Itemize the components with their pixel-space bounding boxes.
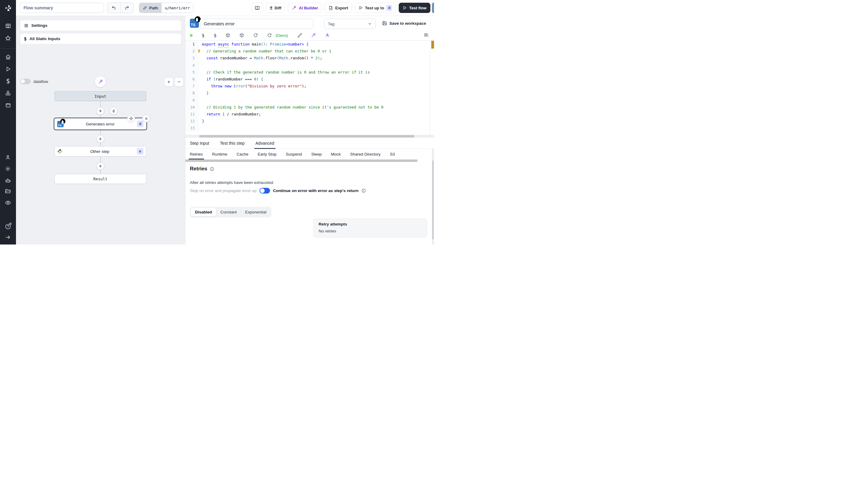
ai-wand-icon[interactable] — [311, 33, 316, 38]
workers-robot-icon[interactable] — [2, 174, 14, 186]
audit-eye-icon[interactable] — [2, 196, 14, 209]
collapse-arrow-icon[interactable] — [2, 231, 14, 243]
info-icon[interactable] — [210, 167, 214, 171]
user-icon[interactable] — [2, 151, 14, 163]
dollar-icon: $ — [24, 36, 27, 41]
retry-strategy-disabled[interactable]: Disabled — [191, 208, 216, 216]
retry-strategy-constant[interactable]: Constant — [216, 208, 241, 216]
schedules-calendar-icon[interactable] — [2, 99, 14, 111]
info-icon[interactable] — [361, 188, 366, 193]
code-line[interactable]: 5 // Check if the generated random numbe… — [185, 69, 434, 76]
apps-icon[interactable] — [2, 20, 14, 32]
add-step-button[interactable] — [96, 162, 104, 170]
diff-button[interactable]: ± Diff — [266, 3, 285, 13]
advanced-tab-cache[interactable]: Cache — [237, 149, 248, 159]
export-file-icon — [329, 6, 333, 10]
package-icon[interactable] — [225, 33, 230, 38]
help-icon[interactable] — [2, 220, 14, 233]
favorites-star-icon[interactable] — [2, 32, 14, 44]
code-line[interactable]: 3 const randomNumber = Math.floor(Math.r… — [185, 55, 434, 61]
left-rail: $ — [0, 0, 16, 245]
edge-panel-button[interactable] — [432, 2, 434, 13]
advanced-tab-early-stop[interactable]: Early Stop — [258, 149, 276, 159]
notification-dot — [9, 222, 12, 225]
advanced-tab-runtime[interactable]: Runtime — [212, 149, 227, 159]
resources-cubes-icon[interactable] — [2, 87, 14, 99]
advanced-tab-retries[interactable]: Retries — [190, 149, 203, 159]
continue-on-error-toggle[interactable] — [259, 188, 270, 193]
sliders-icon — [24, 23, 29, 28]
code-line[interactable]: 7 throw new Error("Division by zero erro… — [185, 83, 434, 90]
add-step-button[interactable] — [96, 107, 104, 115]
code-line[interactable]: 12} — [185, 118, 434, 124]
step-name-input[interactable] — [200, 19, 313, 29]
tab-step-input[interactable]: Step Input — [190, 138, 209, 149]
retry-attempts-box: Retry attempts No retries — [313, 219, 427, 238]
library-icon[interactable] — [424, 33, 429, 37]
code-line[interactable]: 10 // Dividing 1 by the generated random… — [185, 104, 434, 111]
input-node[interactable]: Input — [55, 91, 146, 101]
code-line[interactable]: 9 — [185, 97, 434, 104]
zoom-in-button[interactable]: + — [164, 78, 173, 87]
code-line[interactable]: 4 — [185, 62, 434, 69]
all-static-inputs-button[interactable]: $ All Static Inputs — [20, 33, 181, 44]
dataflow-toggle[interactable] — [20, 79, 31, 84]
save-to-workspace-button[interactable]: Save to workspace — [382, 21, 426, 26]
ai-flow-wand-button[interactable] — [95, 76, 106, 87]
move-step-button[interactable] — [127, 115, 135, 122]
editor-horizontal-scrollbar[interactable] — [185, 135, 434, 138]
lightbulb-icon[interactable] — [197, 49, 201, 53]
variable-dollar-icon[interactable]: $ — [202, 33, 205, 38]
ai-builder-button[interactable]: AI Builder — [288, 3, 322, 13]
code-line[interactable]: 11 return 1 / randomNumber; — [185, 111, 434, 118]
code-line[interactable]: 1export async function main(): Promise<n… — [185, 41, 434, 48]
runtime-label[interactable]: (Deno) — [276, 33, 288, 38]
retry-strategy-exponential[interactable]: Exponential — [241, 208, 271, 216]
result-node[interactable]: Result — [55, 174, 146, 184]
folders-icon[interactable] — [2, 185, 14, 197]
step-tabs: Step InputTest this stepAdvanced — [185, 138, 434, 149]
advanced-tab-shared-directory[interactable]: Shared Directory — [350, 149, 380, 159]
panel-vertical-scrollbar[interactable] — [432, 149, 434, 245]
advanced-tab-suspend[interactable]: Suspend — [286, 149, 302, 159]
redo-button[interactable] — [120, 3, 133, 13]
home-icon[interactable] — [2, 51, 14, 63]
windmill-logo[interactable] — [0, 0, 16, 16]
add-trigger-lightning-button[interactable] — [110, 107, 118, 115]
step-id-badge: e — [137, 148, 144, 155]
docs-book-button[interactable] — [251, 3, 263, 13]
code-editor[interactable]: 1export async function main(): Promise<n… — [185, 40, 434, 135]
export-button[interactable]: Export — [324, 3, 352, 13]
zoom-out-button[interactable]: − — [175, 78, 184, 87]
flow-summary-input[interactable] — [20, 3, 104, 13]
path-pill[interactable]: Path u/henri/err — [139, 3, 193, 13]
delete-step-button[interactable] — [142, 115, 150, 122]
undo-button[interactable] — [107, 3, 120, 13]
step-node-other-step[interactable]: Other step e — [55, 146, 146, 156]
add-step-button[interactable] — [96, 135, 104, 143]
flow-settings-button[interactable]: Settings — [20, 20, 181, 31]
test-up-to-button[interactable]: Test up to d — [355, 3, 396, 13]
code-line[interactable]: 13 — [185, 124, 434, 131]
ai-sparkles-icon[interactable] — [325, 33, 330, 38]
variables-dollar-icon[interactable]: $ — [2, 75, 14, 87]
tab-advanced[interactable]: Advanced — [255, 138, 274, 149]
resource-dollar-icon[interactable]: $ — [214, 33, 217, 38]
format-brush-icon[interactable] — [297, 33, 302, 38]
package2-icon[interactable] — [239, 33, 244, 38]
tabs-scrollbar[interactable] — [185, 159, 417, 162]
reload-icon[interactable] — [253, 33, 258, 38]
advanced-tab-sleep[interactable]: Sleep — [311, 149, 322, 159]
code-line[interactable]: 2 // Generating a random number that can… — [185, 48, 434, 55]
tag-select[interactable]: Tag — [324, 19, 376, 29]
code-line[interactable]: 8 } — [185, 90, 434, 96]
runs-play-icon[interactable] — [2, 63, 14, 75]
retries-exhausted-text: After all retries attempts have been exh… — [190, 180, 274, 185]
settings-gear-icon[interactable] — [2, 163, 14, 175]
advanced-tab-mock[interactable]: Mock — [331, 149, 341, 159]
reset-icon[interactable] — [267, 33, 272, 38]
advanced-tab-s3[interactable]: S3 — [390, 149, 395, 159]
test-flow-button[interactable]: Test flow — [399, 3, 430, 13]
tab-test-this-step[interactable]: Test this step — [220, 138, 245, 149]
code-line[interactable]: 6 if (randomNumber === 0) { — [185, 76, 434, 83]
